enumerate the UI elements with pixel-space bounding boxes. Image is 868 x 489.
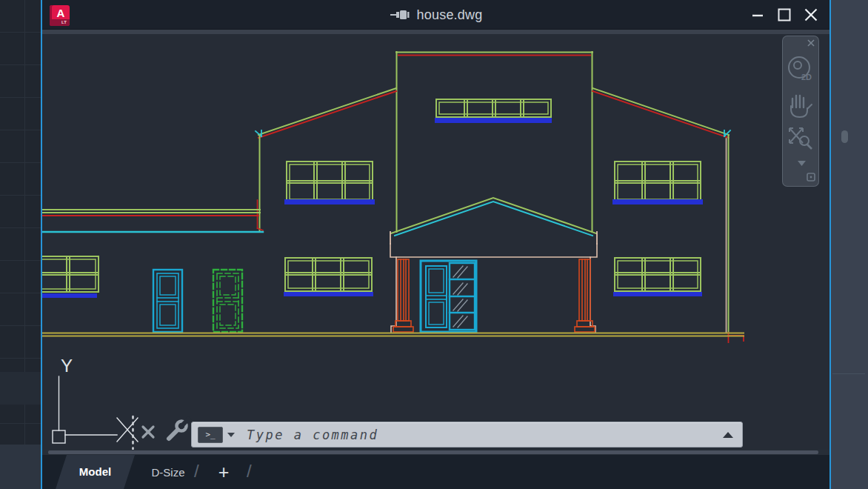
background-band (0, 372, 41, 405)
pan-hand-icon[interactable] (791, 96, 812, 117)
ground-right-window[interactable] (613, 258, 702, 296)
tab-model-label: Model (61, 455, 130, 489)
far-left-window[interactable] (42, 256, 99, 298)
customize-wrench-icon[interactable] (169, 419, 188, 439)
maximize-icon (778, 8, 791, 21)
pushpin-icon (390, 8, 410, 21)
house-drawing: Y (42, 34, 829, 450)
command-input[interactable] (245, 427, 721, 443)
scroll-pill[interactable] (841, 130, 848, 143)
left-roof[interactable] (256, 88, 396, 138)
tower-walls[interactable] (396, 52, 592, 232)
title-group: house.dwg (42, 0, 829, 30)
tab-separator: / (247, 455, 252, 489)
tab-separator: / (194, 455, 199, 489)
command-dropdown-caret-icon[interactable] (227, 433, 235, 437)
command-line[interactable]: >_ (191, 422, 743, 448)
horizontal-scrollbar[interactable] (42, 450, 829, 455)
ground-line[interactable] (42, 333, 744, 336)
recent-commands-arrow-icon[interactable] (723, 432, 733, 438)
grid-line (24, 0, 25, 489)
ground-left-window[interactable] (284, 258, 373, 296)
titlebar: A LT house.dwg (42, 0, 829, 30)
close-icon (804, 8, 818, 21)
zoom-extents-icon[interactable] (789, 128, 812, 149)
navigation-bar: 2D (782, 36, 819, 187)
tower-window-strip[interactable] (435, 99, 551, 122)
background-band (0, 445, 41, 489)
upper-left-window[interactable] (284, 162, 375, 204)
tab-model[interactable]: Model (56, 455, 135, 489)
minimize-button[interactable] (750, 7, 766, 23)
close-button[interactable] (803, 7, 819, 23)
window-title: house.dwg (417, 7, 483, 23)
drawing-canvas[interactable]: Y (42, 34, 829, 450)
right-wall[interactable] (727, 136, 744, 342)
logo-badge: LT (50, 19, 70, 26)
command-close-icon[interactable] (143, 427, 153, 437)
right-roof[interactable] (592, 88, 730, 138)
left-wall[interactable] (258, 136, 264, 232)
window-controls (750, 0, 819, 30)
scrollbar-thumb[interactable] (48, 450, 818, 454)
maximize-button[interactable] (776, 7, 792, 23)
ucs-y-label: Y (61, 356, 73, 376)
upper-right-window[interactable] (612, 162, 703, 204)
add-layout-button[interactable]: + (211, 455, 236, 489)
logo-letter: A (52, 6, 70, 20)
dashed-green-door[interactable] (213, 270, 242, 332)
background-left-strip (0, 0, 41, 489)
background-right-strip (831, 0, 868, 489)
autocad-logo[interactable]: A LT (50, 5, 70, 26)
entry-door[interactable] (421, 261, 476, 332)
navbar-menu-icon[interactable] (807, 173, 815, 181)
navbar-close-icon[interactable] (808, 40, 814, 46)
ucs-icon: Y (53, 356, 138, 443)
right-porch-column[interactable] (575, 259, 595, 332)
cyan-door[interactable] (153, 270, 182, 332)
wheel-2d-label: 2D (801, 73, 812, 82)
minimize-icon (752, 9, 764, 21)
left-wing-eave[interactable] (42, 210, 263, 232)
screen: A LT house.dwg (0, 0, 868, 489)
navbar-more-caret-icon[interactable] (798, 161, 806, 166)
steering-wheel-2d-icon[interactable]: 2D (789, 57, 812, 82)
tab-d-size[interactable]: D-Size (142, 455, 194, 489)
divider-line (832, 373, 865, 374)
command-prompt-icon[interactable]: >_ (198, 427, 223, 443)
autocad-window: A LT house.dwg (41, 0, 831, 489)
layout-tabbar: Model D-Size / + / (42, 455, 829, 489)
